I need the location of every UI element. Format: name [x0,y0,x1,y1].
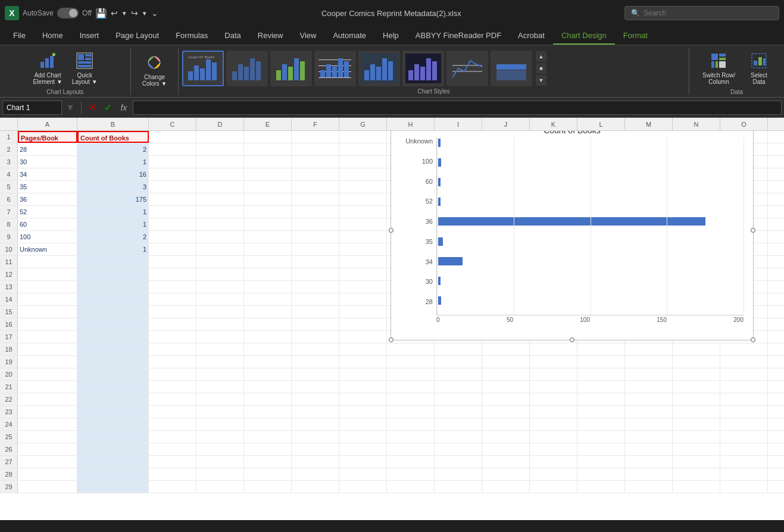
cell-f[interactable] [292,406,339,418]
scroll-mid-button[interactable]: ■ [536,63,546,74]
cell-f[interactable] [292,206,339,218]
cell-f[interactable] [292,343,339,355]
cell-c[interactable] [149,306,196,318]
cell-c[interactable] [149,168,196,180]
cell-g[interactable] [339,206,387,218]
select-data-button[interactable]: SelectData [744,50,774,87]
cell-c[interactable] [149,343,196,355]
cell-b[interactable] [77,293,149,305]
col-header-n[interactable]: N [673,118,720,130]
cell-h[interactable] [387,406,435,418]
cell-o[interactable] [720,356,768,368]
cell-k[interactable] [530,468,577,480]
cell-e[interactable] [244,468,292,480]
cell-g[interactable] [339,468,387,480]
cell-c[interactable] [149,193,196,205]
cell-b[interactable] [77,281,149,293]
cell-b[interactable] [77,356,149,368]
cell-f[interactable] [292,218,339,230]
chart-style-6[interactable] [402,51,444,86]
cell-e[interactable] [244,293,292,305]
cell-d[interactable] [196,131,244,143]
tab-file[interactable]: File [5,27,34,45]
cell-e[interactable] [244,281,292,293]
cell-i[interactable] [435,343,482,355]
cell-g[interactable] [339,181,387,193]
cell-f[interactable] [292,456,339,468]
cell-d[interactable] [196,443,244,455]
cell-m[interactable] [625,381,673,393]
chart-area[interactable]: Count of Books Unknown 100 60 52 36 35 3… [391,120,754,340]
col-header-e[interactable]: E [244,118,292,130]
cell-j[interactable] [482,381,530,393]
cell-e[interactable] [244,431,292,443]
cell-a[interactable] [18,393,77,405]
autosave-toggle[interactable] [57,8,79,18]
cell-c[interactable] [149,293,196,305]
cell-h[interactable] [387,343,435,355]
quick-layout-button[interactable]: QuickLayout ▼ [68,50,101,87]
cell-m[interactable] [625,431,673,443]
cell-o[interactable] [720,381,768,393]
cell-h[interactable] [387,393,435,405]
cell-o[interactable] [720,443,768,455]
cell-m[interactable] [625,468,673,480]
cell-c[interactable] [149,256,196,268]
cell-d[interactable] [196,343,244,355]
cell-f[interactable] [292,168,339,180]
cell-f[interactable] [292,256,339,268]
cell-b[interactable]: Count of Books [77,131,149,143]
cell-b[interactable]: 1 [77,206,149,218]
cell-c[interactable] [149,331,196,343]
cell-c[interactable] [149,356,196,368]
chart-style-5[interactable] [358,51,400,86]
cell-b[interactable]: 2 [77,143,149,155]
cell-j[interactable] [482,406,530,418]
cell-c[interactable] [149,443,196,455]
cell-h[interactable] [387,368,435,380]
cell-b[interactable] [77,343,149,355]
save-icon[interactable]: 💾 [95,8,107,19]
cell-l[interactable] [577,406,625,418]
cell-c[interactable] [149,206,196,218]
chart-style-1[interactable]: Count OF Books [182,51,224,86]
tab-page-layout[interactable]: Page Layout [107,27,167,45]
handle-mid-left[interactable] [389,228,393,233]
cell-e[interactable] [244,406,292,418]
cell-n[interactable] [673,481,720,493]
cell-f[interactable] [292,193,339,205]
col-header-o[interactable]: O [720,118,768,130]
cell-g[interactable] [339,356,387,368]
cell-l[interactable] [577,456,625,468]
cell-h[interactable] [387,468,435,480]
cell-k[interactable] [530,343,577,355]
cell-f[interactable] [292,281,339,293]
cell-e[interactable] [244,368,292,380]
cell-d[interactable] [196,318,244,330]
cell-c[interactable] [149,231,196,243]
tab-abbyy[interactable]: ABBYY FineReader PDF [407,27,510,45]
cell-g[interactable] [339,393,387,405]
cell-f[interactable] [292,481,339,493]
cell-a[interactable] [18,456,77,468]
cell-g[interactable] [339,218,387,230]
cell-g[interactable] [339,243,387,255]
cell-k[interactable] [530,381,577,393]
cell-b[interactable] [77,443,149,455]
tab-review[interactable]: Review [249,27,292,45]
cell-g[interactable] [339,193,387,205]
cell-g[interactable] [339,443,387,455]
col-header-d[interactable]: D [196,118,244,130]
cell-j[interactable] [482,418,530,430]
cell-n[interactable] [673,468,720,480]
cell-f[interactable] [292,181,339,193]
cell-c[interactable] [149,381,196,393]
cell-b[interactable]: 1 [77,218,149,230]
cell-e[interactable] [244,481,292,493]
cell-k[interactable] [530,406,577,418]
cell-k[interactable] [530,393,577,405]
cell-n[interactable] [673,343,720,355]
cell-o[interactable] [720,368,768,380]
chart-style-4[interactable] [314,51,356,86]
cell-a[interactable]: 36 [18,193,77,205]
